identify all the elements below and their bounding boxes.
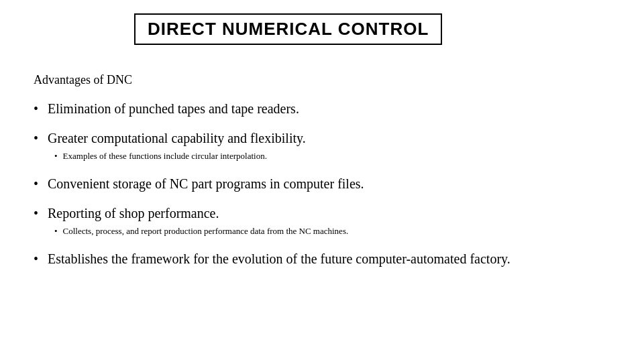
bullet-dot-4: • bbox=[34, 204, 38, 223]
advantages-list: • Elimination of punched tapes and tape … bbox=[34, 99, 610, 268]
list-item-3: • Convenient storage of NC part programs… bbox=[34, 174, 610, 193]
bullet-dot-5: • bbox=[34, 249, 38, 268]
title-box: DIRECT NUMERICAL CONTROL bbox=[134, 13, 442, 45]
list-item-1: • Elimination of punched tapes and tape … bbox=[34, 99, 610, 118]
bullet-text-3: Convenient storage of NC part programs i… bbox=[48, 174, 610, 193]
bullet-text-2: Greater computational capability and fle… bbox=[48, 129, 610, 164]
bullet-2-main: Greater computational capability and fle… bbox=[48, 131, 306, 145]
list-item-4: • Reporting of shop performance. • Colle… bbox=[34, 204, 610, 239]
sub-dot-4-1: • bbox=[54, 225, 58, 237]
bullet-dot-1: • bbox=[34, 99, 38, 118]
page-title: DIRECT NUMERICAL CONTROL bbox=[148, 19, 429, 39]
sub-list-4: • Collects, process, and report producti… bbox=[54, 225, 610, 237]
section-heading: Advantages of DNC bbox=[34, 73, 617, 87]
list-item-2: • Greater computational capability and f… bbox=[34, 129, 610, 164]
list-item-5: • Establishes the framework for the evol… bbox=[34, 249, 610, 268]
bullet-dot-2: • bbox=[34, 129, 38, 147]
bullet-text-1: Elimination of punched tapes and tape re… bbox=[48, 99, 610, 118]
bullet-4-main: Reporting of shop performance. bbox=[48, 206, 219, 221]
sub-dot-2-1: • bbox=[54, 150, 58, 162]
sub-text-2-1: Examples of these functions include circ… bbox=[63, 150, 267, 162]
bullet-text-5: Establishes the framework for the evolut… bbox=[48, 249, 610, 268]
sub-list-2: • Examples of these functions include ci… bbox=[54, 150, 610, 162]
bullet-text-4: Reporting of shop performance. • Collect… bbox=[48, 204, 610, 239]
sub-text-4-1: Collects, process, and report production… bbox=[63, 225, 349, 237]
sub-list-item-2-1: • Examples of these functions include ci… bbox=[54, 150, 610, 162]
bullet-dot-3: • bbox=[34, 174, 38, 193]
sub-list-item-4-1: • Collects, process, and report producti… bbox=[54, 225, 610, 237]
